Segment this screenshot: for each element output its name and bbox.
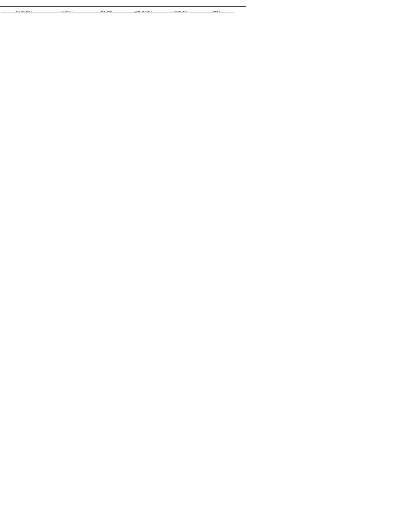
col-header-f: FINALS: [198, 10, 234, 13]
column-headers: PRELIMINARIES 1ST ROUND 2ND ROUND QUARTE…: [0, 10, 246, 13]
col-header-r1: 1ST ROUND: [46, 10, 87, 13]
col-header-qf: QUARTERFINALS: [124, 10, 162, 13]
tournament-title: [0, 7, 246, 10]
col-header-r2: 2ND ROUND: [87, 10, 124, 13]
col-header-sf: SEMIFINALS: [162, 10, 198, 13]
col-header-prelim: PRELIMINARIES: [1, 10, 46, 13]
header: [0, 0, 246, 7]
page: PRELIMINARIES 1ST ROUND 2ND ROUND QUARTE…: [0, 0, 246, 13]
